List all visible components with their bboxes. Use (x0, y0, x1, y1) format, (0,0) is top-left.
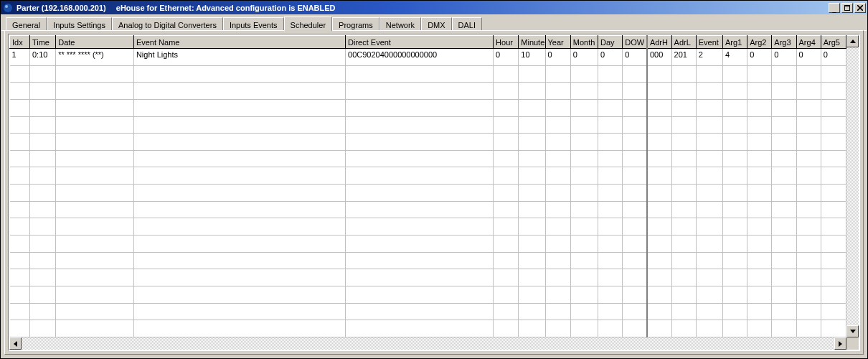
cell-empty[interactable] (796, 218, 821, 236)
tab-dmx[interactable]: DMX (421, 17, 451, 30)
cell-empty[interactable] (747, 320, 772, 337)
cell-empty[interactable] (346, 218, 494, 236)
tab-programs[interactable]: Programs (332, 17, 379, 30)
cell-empty[interactable] (346, 286, 494, 303)
cell-empty[interactable] (133, 218, 345, 236)
cell-empty[interactable] (747, 65, 772, 83)
cell-empty[interactable] (346, 150, 494, 167)
table-row-empty[interactable] (10, 65, 846, 83)
table-row-empty[interactable] (10, 286, 846, 303)
cell-empty[interactable] (723, 269, 747, 286)
cell-empty[interactable] (747, 201, 772, 218)
column-header-minute[interactable]: Minute (519, 36, 545, 49)
cell-empty[interactable] (29, 65, 55, 83)
column-header-day[interactable]: Day (598, 36, 623, 49)
cell-empty[interactable] (821, 269, 846, 286)
cell-empty[interactable] (10, 201, 30, 218)
cell-empty[interactable] (747, 236, 772, 253)
scroll-down-button[interactable] (846, 325, 859, 337)
cell-empty[interactable] (696, 134, 722, 151)
column-header-arg5[interactable]: Arg5 (821, 36, 846, 49)
cell-empty[interactable] (10, 303, 30, 320)
cell-empty[interactable] (671, 252, 696, 269)
cell-empty[interactable] (772, 99, 796, 116)
cell-empty[interactable] (56, 320, 134, 337)
cell-empty[interactable] (10, 65, 30, 83)
cell-empty[interactable] (696, 185, 722, 202)
column-header-adrl[interactable]: AdrL (671, 36, 696, 49)
tab-general[interactable]: General (6, 17, 47, 30)
cell-empty[interactable] (723, 134, 747, 151)
column-header-direct[interactable]: Direct Event (346, 36, 494, 49)
cell-direct[interactable]: 00C90204000000000000 (346, 49, 494, 66)
cell-month[interactable]: 0 (570, 49, 598, 66)
cell-empty[interactable] (10, 286, 30, 303)
cell-empty[interactable] (29, 185, 55, 202)
column-header-arg3[interactable]: Arg3 (772, 36, 796, 49)
cell-empty[interactable] (671, 65, 696, 83)
cell-empty[interactable] (772, 269, 796, 286)
cell-empty[interactable] (723, 303, 747, 320)
cell-empty[interactable] (623, 201, 647, 218)
cell-empty[interactable] (623, 65, 647, 83)
cell-empty[interactable] (519, 65, 545, 83)
cell-empty[interactable] (133, 65, 345, 83)
cell-empty[interactable] (570, 167, 598, 185)
scheduler-table[interactable]: IdxTimeDateEvent NameDirect EventHourMin… (9, 35, 846, 337)
table-row-empty[interactable] (10, 83, 846, 100)
cell-empty[interactable] (647, 116, 671, 134)
scheduler-grid[interactable]: IdxTimeDateEvent NameDirect EventHourMin… (8, 34, 860, 351)
cell-empty[interactable] (346, 236, 494, 253)
cell-empty[interactable] (598, 320, 623, 337)
cell-arg1[interactable]: 4 (723, 49, 747, 66)
cell-empty[interactable] (671, 303, 696, 320)
cell-empty[interactable] (623, 83, 647, 100)
cell-empty[interactable] (821, 134, 846, 151)
tab-adc[interactable]: Analog to Digital Converters (112, 17, 223, 30)
cell-empty[interactable] (796, 286, 821, 303)
cell-empty[interactable] (570, 269, 598, 286)
cell-empty[interactable] (723, 65, 747, 83)
cell-empty[interactable] (747, 303, 772, 320)
cell-empty[interactable] (647, 150, 671, 167)
cell-empty[interactable] (747, 286, 772, 303)
cell-empty[interactable] (696, 218, 722, 236)
column-header-arg4[interactable]: Arg4 (796, 36, 821, 49)
cell-empty[interactable] (747, 83, 772, 100)
cell-empty[interactable] (623, 320, 647, 337)
cell-empty[interactable] (519, 269, 545, 286)
cell-empty[interactable] (570, 83, 598, 100)
cell-empty[interactable] (56, 252, 134, 269)
tab-sched[interactable]: Scheduler (284, 17, 333, 32)
tab-network[interactable]: Network (379, 17, 421, 30)
cell-empty[interactable] (56, 99, 134, 116)
cell-empty[interactable] (494, 99, 519, 116)
cell-empty[interactable] (821, 185, 846, 202)
cell-empty[interactable] (56, 185, 134, 202)
cell-empty[interactable] (519, 99, 545, 116)
table-row-empty[interactable] (10, 320, 846, 337)
cell-empty[interactable] (29, 320, 55, 337)
cell-empty[interactable] (519, 286, 545, 303)
cell-empty[interactable] (133, 185, 345, 202)
cell-empty[interactable] (696, 201, 722, 218)
cell-empty[interactable] (796, 167, 821, 185)
cell-empty[interactable] (623, 116, 647, 134)
column-header-time[interactable]: Time (29, 36, 55, 49)
cell-empty[interactable] (56, 167, 134, 185)
cell-empty[interactable] (598, 236, 623, 253)
cell-empty[interactable] (796, 236, 821, 253)
cell-empty[interactable] (796, 150, 821, 167)
cell-empty[interactable] (10, 150, 30, 167)
cell-empty[interactable] (671, 167, 696, 185)
cell-empty[interactable] (10, 269, 30, 286)
vertical-scrollbar[interactable] (846, 35, 859, 337)
cell-day[interactable]: 0 (598, 49, 623, 66)
cell-empty[interactable] (723, 185, 747, 202)
cell-empty[interactable] (10, 134, 30, 151)
cell-empty[interactable] (133, 134, 345, 151)
cell-empty[interactable] (671, 269, 696, 286)
cell-empty[interactable] (10, 83, 30, 100)
cell-empty[interactable] (56, 269, 134, 286)
cell-empty[interactable] (647, 218, 671, 236)
